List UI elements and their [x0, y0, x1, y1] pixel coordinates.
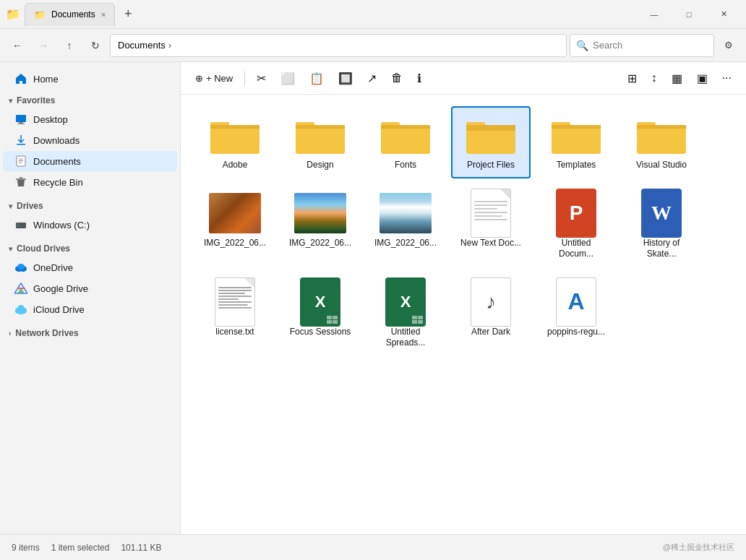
- file-item-design[interactable]: Design: [280, 106, 360, 178]
- file-name-fonts: Fonts: [395, 160, 416, 171]
- address-input[interactable]: Documents ›: [110, 34, 567, 57]
- view-button[interactable]: ⊞: [622, 66, 643, 90]
- svg-rect-25: [296, 125, 345, 129]
- file-name-design: Design: [306, 160, 333, 171]
- sidebar-item-onedrive[interactable]: OneDrive: [3, 257, 177, 277]
- googledrive-icon: [14, 282, 27, 295]
- file-grid: Adobe Design: [181, 95, 746, 534]
- sidebar-item-icloud[interactable]: iCloud Drive: [3, 299, 177, 319]
- file-item-img3[interactable]: IMG_2022_06...: [366, 184, 445, 267]
- up-button[interactable]: ↑: [58, 34, 81, 57]
- sidebar-item-downloads[interactable]: Downloads: [3, 130, 177, 150]
- file-name-project-files: Project Files: [467, 160, 515, 171]
- settings-button[interactable]: ⚙: [717, 34, 740, 57]
- delete-button[interactable]: 🗑: [385, 66, 408, 90]
- file-item-adobe[interactable]: Adobe: [195, 106, 275, 178]
- sidebar-item-home[interactable]: Home: [3, 69, 177, 89]
- file-name-license: license.txt: [215, 327, 254, 338]
- app-icon: 📁: [6, 7, 20, 21]
- more-icon: ···: [722, 72, 732, 85]
- new-tab-button[interactable]: +: [118, 4, 138, 25]
- file-name-ppt: Untitled Docum...: [544, 238, 609, 260]
- svg-rect-22: [210, 125, 260, 129]
- copy-icon: ⬜: [280, 72, 295, 85]
- rename-button[interactable]: 🔲: [333, 66, 359, 90]
- file-item-templates[interactable]: Templates: [536, 106, 616, 178]
- drive-icon: [14, 218, 27, 231]
- desktop-icon: [14, 113, 27, 126]
- maximize-button[interactable]: □: [672, 3, 706, 26]
- file-item-img1[interactable]: IMG_2022_06...: [195, 184, 275, 267]
- image-icon-mountain1: [294, 191, 346, 235]
- file-item-license[interactable]: license.txt: [195, 273, 275, 356]
- sidebar-googledrive-label: Google Drive: [33, 283, 88, 294]
- title-bar: 📁 📁 Documents × + — □ ✕: [0, 0, 746, 29]
- file-item-new-text-doc[interactable]: New Text Doc...: [451, 184, 531, 267]
- network-section-header[interactable]: › Network Drives: [0, 322, 180, 341]
- copy-button[interactable]: ⬜: [275, 66, 301, 90]
- file-item-word[interactable]: W History of Skate...: [622, 184, 701, 267]
- close-tab-button[interactable]: ×: [101, 10, 106, 19]
- sidebar-item-documents[interactable]: Documents: [3, 151, 177, 171]
- folder-icon-design: [294, 113, 346, 157]
- back-button[interactable]: ←: [6, 34, 29, 57]
- cloud-drives-label: Cloud Drives: [17, 244, 70, 254]
- file-item-img2[interactable]: IMG_2022_06...: [280, 184, 360, 267]
- file-item-ppt[interactable]: P Untitled Docum...: [536, 184, 616, 267]
- file-size: 101.11 KB: [121, 543, 161, 553]
- cloud-section-header[interactable]: ▾ Cloud Drives: [0, 238, 180, 257]
- pane-icon: ▣: [697, 72, 708, 85]
- font-icon-poppins: A: [550, 280, 602, 324]
- search-box[interactable]: 🔍: [570, 34, 714, 57]
- drives-section-header[interactable]: ▾ Drives: [0, 195, 180, 214]
- folder-icon-adobe: [209, 113, 261, 157]
- refresh-button[interactable]: ↻: [84, 34, 107, 57]
- sidebar-item-desktop[interactable]: Desktop: [3, 109, 177, 129]
- forward-button[interactable]: →: [32, 34, 55, 57]
- svg-rect-1: [19, 122, 23, 124]
- sidebar-item-windows-c[interactable]: Windows (C:): [3, 215, 177, 235]
- file-name-adobe: Adobe: [223, 160, 248, 171]
- file-item-project-files[interactable]: Project Files: [451, 106, 531, 178]
- music-icon-after-dark: ♪: [465, 280, 517, 324]
- toolbar-separator-1: [244, 71, 245, 85]
- svg-point-12: [17, 264, 25, 270]
- share-button[interactable]: ↗: [361, 66, 382, 90]
- file-item-focus-sessions[interactable]: X Focus Sessions: [280, 273, 360, 356]
- info-icon: ℹ: [417, 72, 421, 85]
- file-item-visual-studio[interactable]: Visual Studio: [622, 106, 701, 178]
- file-item-untitled-spreads[interactable]: X Untitled Spreads...: [366, 273, 445, 356]
- favorites-section: ▾ Favorites Desktop Downloads: [0, 90, 180, 192]
- close-button[interactable]: ✕: [707, 3, 740, 26]
- paste-button[interactable]: 📋: [304, 66, 330, 90]
- new-button[interactable]: ⊕ + New: [189, 66, 239, 90]
- more-button[interactable]: ···: [716, 66, 737, 90]
- documents-icon: [14, 155, 27, 168]
- layout-button[interactable]: ▦: [666, 66, 688, 90]
- file-name-after-dark: After Dark: [471, 327, 510, 338]
- home-icon: [14, 72, 27, 85]
- search-input[interactable]: [593, 40, 714, 51]
- file-item-after-dark[interactable]: ♪ After Dark: [451, 273, 531, 356]
- sidebar-item-googledrive[interactable]: Google Drive: [3, 278, 177, 298]
- sort-button[interactable]: ↕: [646, 66, 663, 90]
- info-button[interactable]: ℹ: [411, 66, 427, 90]
- tab-title: Documents: [51, 9, 95, 20]
- downloads-icon: [14, 134, 27, 147]
- sidebar-item-recycle[interactable]: Recycle Bin: [3, 172, 177, 192]
- file-name-untitled-spreads: Untitled Spreads...: [373, 327, 438, 349]
- file-name-img1: IMG_2022_06...: [204, 238, 266, 249]
- window-controls: — □ ✕: [638, 3, 740, 26]
- cut-button[interactable]: ✂: [251, 66, 272, 90]
- file-name-img2: IMG_2022_06...: [289, 238, 351, 249]
- pane-button[interactable]: ▣: [691, 66, 713, 90]
- favorites-section-header[interactable]: ▾ Favorites: [0, 90, 180, 108]
- minimize-button[interactable]: —: [638, 3, 671, 26]
- content-area: ⊕ + New ✂ ⬜ 📋 🔲 ↗ 🗑 ℹ: [181, 62, 746, 534]
- file-item-poppins[interactable]: A poppins-regu...: [536, 273, 616, 356]
- file-name-img3: IMG_2022_06...: [374, 238, 437, 249]
- documents-tab[interactable]: 📁 Documents ×: [25, 3, 115, 26]
- file-name-templates: Templates: [557, 160, 596, 171]
- file-item-fonts[interactable]: Fonts: [366, 106, 445, 178]
- svg-rect-3: [17, 144, 25, 145]
